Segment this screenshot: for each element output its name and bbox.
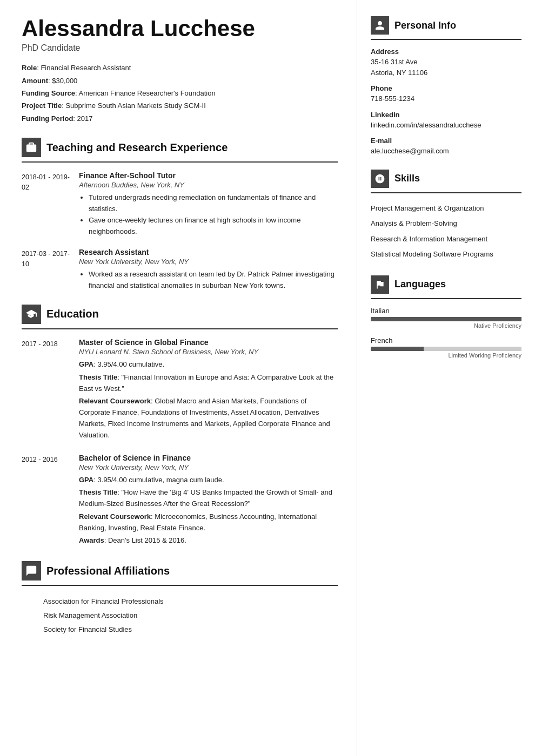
entry-title-1: Finance After-School Tutor (79, 171, 338, 180)
thesis-label-2: Thesis Title (79, 488, 117, 496)
briefcase-svg (25, 141, 37, 153)
phone-value: 718-555-1234 (371, 93, 521, 104)
email-label: E-mail (371, 137, 521, 145)
resume-header: Alessandra Lucchese PhD Candidate Role: … (22, 16, 338, 125)
personal-info-heading: Personal Info (394, 20, 456, 31)
list-item: Tutored undergrads needing remediation o… (89, 192, 338, 215)
briefcase-icon (22, 138, 41, 157)
gpa-label-2: GPA (79, 476, 93, 484)
entry-bullets-1: Tutored undergrads needing remediation o… (79, 192, 338, 237)
awards-label-2: Awards (79, 536, 104, 544)
graduation-icon (22, 305, 41, 324)
entry-org-2: New York University, New York, NY (79, 258, 338, 266)
language-level-french: Limited Working Proficiency (371, 352, 521, 359)
edu-thesis-2: Thesis Title: "How Have the 'Big 4' US B… (79, 487, 338, 510)
flag-icon (371, 275, 389, 294)
edu-title-1: Master of Science in Global Finance (79, 338, 338, 347)
list-item: Society for Financial Studies (43, 623, 338, 637)
flag-svg (374, 279, 385, 290)
education-section: Education 2017 - 2018 Master of Science … (22, 305, 338, 548)
personal-info-divider (371, 39, 521, 40)
languages-divider (371, 298, 521, 299)
coursework-label-2: Relevant Coursework (79, 512, 151, 521)
funding-role: Role: Financial Research Assistant (22, 62, 338, 74)
list-item: Gave once-weekly lectures on finance at … (89, 215, 338, 238)
teaching-entry-2: 2017-03 - 2017-10 Research Assistant New… (22, 248, 338, 292)
entry-date-1: 2018-01 - 2019-02 (22, 171, 70, 237)
skills-list: Project Management & Organization Analys… (371, 201, 521, 262)
edu-content-1: Master of Science in Global Finance NYU … (79, 338, 338, 443)
funding-amount: Amount: $30,000 (22, 75, 338, 87)
funding-block: Role: Financial Research Assistant Amoun… (22, 62, 338, 125)
phone-label: Phone (371, 84, 521, 92)
list-item: Statistical Modeling Software Programs (371, 247, 521, 262)
chat-svg (25, 565, 37, 577)
skills-icon (371, 170, 389, 188)
candidate-title: PhD Candidate (22, 43, 338, 53)
skills-heading: Skills (394, 173, 420, 184)
education-entry-2: 2012 - 2016 Bachelor of Science in Finan… (22, 454, 338, 549)
entry-title-2: Research Assistant (79, 248, 338, 256)
amount-label: Amount (22, 77, 48, 85)
personal-info-header: Personal Info (371, 16, 521, 35)
person-svg (374, 20, 385, 31)
education-heading: Education (46, 308, 99, 320)
graduation-svg (25, 308, 37, 320)
edu-coursework-1: Relevant Coursework: Global Macro and As… (79, 396, 338, 441)
source-value: American Finance Researcher's Foundation (78, 89, 215, 97)
gpa-label-1: GPA (79, 360, 93, 368)
thesis-label-1: Thesis Title (79, 373, 117, 381)
amount-value: $30,000 (52, 77, 77, 85)
edu-content-2: Bachelor of Science in Finance New York … (79, 454, 338, 549)
coursework-label-1: Relevant Coursework (79, 397, 151, 405)
thesis-value-1: : "Financial Innovation in Europe and As… (79, 373, 333, 393)
email-block: E-mail ale.lucchese@gmail.com (371, 137, 521, 157)
teaching-divider (22, 161, 338, 163)
language-entry-french: French Limited Working Proficiency (371, 336, 521, 359)
funding-source: Funding Source: American Finance Researc… (22, 87, 338, 99)
language-bar-fill-french (371, 347, 424, 351)
linkedin-label: LinkedIn (371, 111, 521, 119)
role-value: Financial Research Assistant (41, 64, 131, 72)
list-item: Association for Financial Professionals (43, 595, 338, 609)
teaching-section-header: Teaching and Research Experience (22, 138, 338, 157)
skills-header: Skills (371, 170, 521, 188)
thesis-value-2: : "How Have the 'Big 4' US Banks Impacte… (79, 488, 332, 508)
edu-org-1: NYU Leonard N. Stern School of Business,… (79, 348, 338, 356)
education-section-header: Education (22, 305, 338, 324)
teaching-entry-1: 2018-01 - 2019-02 Finance After-School T… (22, 171, 338, 237)
edu-title-2: Bachelor of Science in Finance (79, 454, 338, 462)
affiliations-divider (22, 585, 338, 586)
edu-coursework-2: Relevant Coursework: Microeconomics, Bus… (79, 511, 338, 534)
teaching-section: Teaching and Research Experience 2018-01… (22, 138, 338, 292)
language-bar-bg-french (371, 347, 521, 351)
list-item: Analysis & Problem-Solving (371, 216, 521, 232)
chat-icon (22, 561, 41, 580)
edu-thesis-1: Thesis Title: "Financial Innovation in E… (79, 372, 338, 395)
list-item: Risk Management Association (43, 609, 338, 623)
project-value: Subprime South Asian Markets Study SCM-I… (65, 102, 205, 110)
phone-block: Phone 718-555-1234 (371, 84, 521, 104)
funding-period: Funding Period: 2017 (22, 112, 338, 125)
entry-org-1: Afternoon Buddies, New York, NY (79, 181, 338, 189)
gpa-value-2: : 3.95/4.00 cumulative, magna cum laude. (93, 476, 224, 484)
education-entry-1: 2017 - 2018 Master of Science in Global … (22, 338, 338, 443)
language-level-italian: Native Proficiency (371, 322, 521, 329)
edu-date-2: 2012 - 2016 (22, 454, 70, 549)
address-line1: 35-16 31st Ave (371, 57, 521, 68)
role-label: Role (22, 64, 37, 72)
languages-header: Languages (371, 275, 521, 294)
language-bar-fill-italian (371, 317, 521, 321)
skills-section: Skills Project Management & Organization… (371, 170, 521, 262)
language-name-french: French (371, 336, 521, 345)
linkedin-value: linkedin.com/in/alessandralucchese (371, 120, 521, 131)
personal-info-section: Personal Info Address 35-16 31st Ave Ast… (371, 16, 521, 157)
awards-value-2: : Dean's List 2015 & 2016. (104, 536, 186, 544)
skills-svg (374, 173, 385, 184)
edu-awards-2: Awards: Dean's List 2015 & 2016. (79, 535, 338, 546)
edu-gpa-2: GPA: 3.95/4.00 cumulative, magna cum lau… (79, 475, 338, 486)
list-item: Research & Information Management (371, 232, 521, 247)
entry-date-2: 2017-03 - 2017-10 (22, 248, 70, 292)
address-line2: Astoria, NY 11106 (371, 68, 521, 78)
left-column: Alessandra Lucchese PhD Candidate Role: … (0, 0, 357, 756)
